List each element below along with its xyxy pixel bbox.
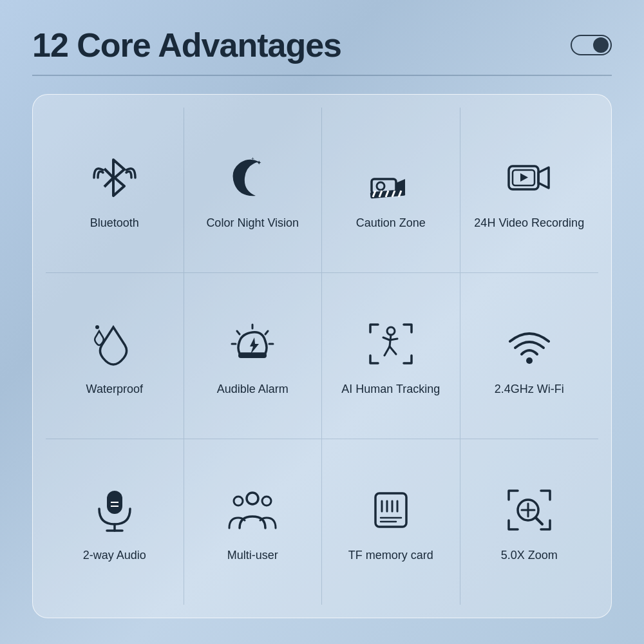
moon-icon: ✦ + [223, 149, 281, 207]
feature-tf-card: TF memory card [322, 439, 460, 605]
svg-point-35 [247, 493, 258, 504]
svg-line-25 [383, 337, 390, 340]
svg-point-15 [95, 325, 99, 329]
feature-audible-alarm: Audible Alarm [184, 273, 323, 439]
bluetooth-icon [86, 149, 144, 207]
svg-point-37 [262, 497, 271, 506]
svg-rect-16 [238, 353, 267, 358]
svg-line-48 [536, 518, 542, 524]
svg-point-23 [387, 327, 395, 335]
feature-2way-audio: 2-way Audio [46, 439, 184, 605]
svg-text:✦: ✦ [256, 159, 261, 166]
svg-line-20 [265, 331, 268, 334]
svg-marker-14 [520, 173, 528, 182]
svg-line-19 [237, 331, 240, 334]
svg-point-36 [234, 497, 243, 506]
tf-card-label: TF memory card [348, 548, 433, 563]
audible-alarm-label: Audible Alarm [217, 382, 289, 397]
svg-point-5 [377, 182, 384, 190]
feature-color-night-vision: ✦ + Color Night Vision [184, 108, 323, 273]
svg-marker-17 [250, 337, 259, 354]
svg-line-27 [384, 346, 390, 355]
feature-caution-zone: Caution Zone [322, 108, 460, 273]
caution-zone-icon [362, 149, 420, 207]
alarm-icon [223, 315, 281, 373]
svg-line-28 [390, 346, 396, 354]
water-drop-icon [86, 315, 144, 373]
feature-wifi: 2.4GHz Wi-Fi [460, 273, 599, 439]
toggle-switch[interactable] [571, 35, 612, 55]
caution-zone-label: Caution Zone [356, 216, 426, 231]
zoom-label: 5.0X Zoom [501, 548, 558, 563]
toggle-knob [593, 37, 609, 53]
multi-user-icon [223, 481, 281, 539]
svg-text:+: + [251, 156, 254, 162]
ai-human-tracking-label: AI Human Tracking [341, 382, 440, 397]
feature-multi-user: Multi-user [184, 439, 323, 605]
page-title: 12 Core Advantages [32, 26, 341, 64]
tf-card-icon [362, 481, 420, 539]
features-grid-container: Bluetooth ✦ + Color Night Vision [32, 94, 612, 618]
color-night-vision-label: Color Night Vision [206, 216, 299, 231]
feature-bluetooth: Bluetooth [46, 108, 184, 273]
svg-point-29 [526, 357, 533, 364]
zoom-icon [500, 481, 558, 539]
24h-video-label: 24H Video Recording [474, 216, 584, 231]
multi-user-label: Multi-user [227, 548, 278, 563]
wifi-icon [500, 315, 558, 373]
header-divider [32, 75, 612, 76]
human-tracking-icon [362, 315, 420, 373]
feature-ai-human-tracking: AI Human Tracking [322, 273, 460, 439]
feature-zoom: 5.0X Zoom [460, 439, 599, 605]
wifi-label: 2.4GHz Wi-Fi [495, 382, 564, 397]
page-header: 12 Core Advantages [32, 26, 612, 64]
microphone-icon [86, 481, 144, 539]
svg-line-0 [104, 169, 113, 178]
video-camera-icon [500, 149, 558, 207]
waterproof-label: Waterproof [86, 382, 143, 397]
2way-audio-label: 2-way Audio [83, 548, 146, 563]
svg-line-26 [390, 339, 397, 340]
feature-24h-video: 24H Video Recording [460, 108, 599, 273]
features-grid: Bluetooth ✦ + Color Night Vision [46, 108, 598, 605]
feature-waterproof: Waterproof [46, 273, 184, 439]
bluetooth-label: Bluetooth [90, 216, 139, 231]
svg-line-1 [104, 178, 113, 187]
